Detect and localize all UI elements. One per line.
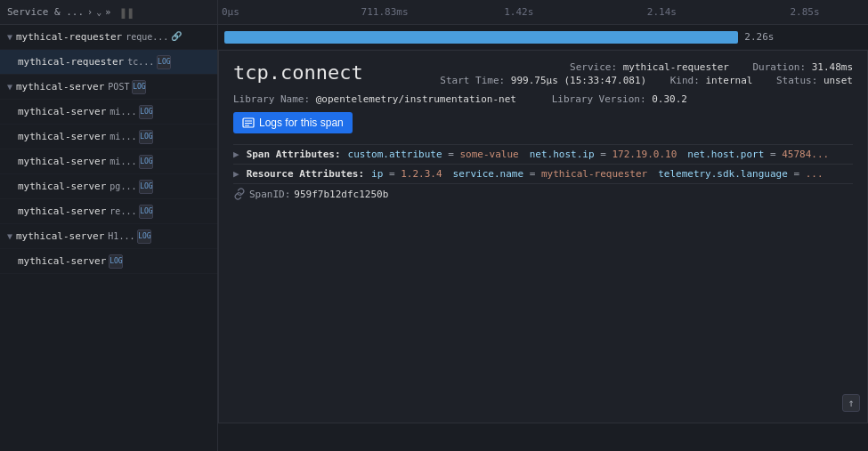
tick-0: 0µs	[222, 6, 239, 18]
log-icon-10[interactable]: LOG	[109, 254, 123, 269]
service-name-10: mythical-server	[18, 255, 106, 267]
service-name-4: mythical-server	[18, 106, 106, 117]
span-label-5: mythical-server mi... LOG	[0, 125, 217, 149]
log-icon-8[interactable]: LOG	[139, 205, 153, 219]
span-label-7: mythical-server pg... LOG	[0, 174, 217, 198]
meta-line-1: Service: mythical-requester Duration: 31…	[570, 61, 853, 73]
main-container: Service & ... › ⌄ » ❚❚ 0µs 711.83ms 1.42…	[0, 0, 868, 451]
status-val: unset	[823, 75, 853, 86]
resource-attr-0: ip = 1.2.3.4	[371, 168, 442, 180]
span-label-8: mythical-server re... LOG	[0, 199, 217, 223]
expand-icon-9[interactable]: ▼	[4, 230, 16, 243]
span-row-10[interactable]: mythical-server LOG	[0, 249, 217, 274]
span-attrs-expand[interactable]: ▶	[233, 149, 239, 160]
duration-val: 31.48ms	[812, 61, 853, 73]
left-panel: ▼ mythical-requester reque... 🔗 mythical…	[0, 25, 218, 451]
span-type-9: H1...	[108, 231, 134, 241]
span-row-5[interactable]: mythical-server mi... LOG	[0, 125, 217, 149]
resource-attrs-expand[interactable]: ▶	[233, 168, 239, 180]
timeline-row-1: 2.26s	[218, 25, 868, 50]
timeline-header: Service & ... › ⌄ » ❚❚ 0µs 711.83ms 1.42…	[0, 0, 868, 25]
service-name-7: mythical-server	[18, 181, 106, 192]
link-spanid-icon	[233, 188, 246, 200]
log-icon-4[interactable]: LOG	[139, 105, 153, 119]
service-name-6: mythical-server	[18, 156, 106, 167]
span-attr-2: net.host.port = 45784...	[687, 149, 829, 160]
lib-version-val: 0.30.2	[652, 93, 687, 105]
status-label: Status:	[776, 75, 817, 86]
span-label-1: ▼ mythical-requester reque... 🔗	[0, 25, 217, 49]
expand-icon-3[interactable]: ▼	[4, 81, 16, 93]
span-type-3: POST	[108, 82, 129, 92]
pause-icon: ❚❚	[119, 5, 134, 20]
span-label-2: mythical-requester tc... LOG	[0, 50, 217, 74]
resource-attrs-row: ▶ Resource Attributes: ip = 1.2.3.4 serv…	[233, 164, 853, 183]
span-label-3: ▼ mythical-server POST LOG	[0, 75, 217, 99]
span-type-4: mi...	[110, 107, 136, 117]
log-icon-5[interactable]: LOG	[139, 130, 153, 144]
service-name-3: mythical-server	[16, 81, 104, 93]
span-row-9[interactable]: ▼ mythical-server H1... LOG	[0, 224, 217, 249]
span-row-6[interactable]: mythical-server mi... LOG	[0, 149, 217, 174]
span-label-6: mythical-server mi... LOG	[0, 149, 217, 173]
detail-panel: tcp.connect Service: mythical-requester …	[218, 50, 868, 423]
span-type-6: mi...	[110, 157, 136, 166]
link-icon-1[interactable]: 🔗	[171, 31, 183, 44]
span-attr-0: custom.attribute = some-value	[348, 149, 519, 160]
detail-header: tcp.connect Service: mythical-requester …	[233, 61, 853, 86]
span-type-2: tc...	[127, 57, 154, 67]
tick-4: 2.85s	[790, 6, 819, 18]
span-row-4[interactable]: mythical-server mi... LOG	[0, 100, 217, 125]
detail-meta: Service: mythical-requester Duration: 31…	[440, 61, 853, 86]
span-type-1: reque...	[126, 32, 168, 42]
start-label: Start Time:	[440, 75, 505, 86]
attributes-section: ▶ Span Attributes: custom.attribute = so…	[233, 144, 853, 204]
duration-1: 2.26s	[744, 31, 774, 43]
span-label-4: mythical-server mi... LOG	[0, 100, 217, 124]
library-label: Library Name:	[233, 93, 310, 105]
chevron-double-icon: »	[105, 7, 110, 17]
span-row-2[interactable]: mythical-requester tc... LOG	[0, 50, 217, 75]
expand-icon-1[interactable]: ▼	[4, 31, 16, 44]
log-icon-6[interactable]: LOG	[139, 155, 153, 169]
library-val: @opentelemetry/instrumentation-net	[316, 93, 516, 105]
lib-line: Library Name: @opentelemetry/instrumenta…	[233, 93, 853, 105]
span-attrs-row: ▶ Span Attributes: custom.attribute = so…	[233, 144, 853, 164]
service-col-label: Service & ...	[7, 6, 84, 18]
logs-for-span-button[interactable]: Logs for this span	[233, 112, 353, 133]
span-label-9: ▼ mythical-server H1... LOG	[0, 224, 217, 248]
span-attr-1: net.host.ip = 172.19.0.10	[530, 149, 677, 160]
span-title: tcp.connect	[233, 61, 363, 84]
scroll-up-button[interactable]: ↑	[842, 394, 860, 412]
span-row-7[interactable]: mythical-server pg... LOG	[0, 174, 217, 199]
tick-3: 2.14s	[647, 6, 677, 18]
span-row-1[interactable]: ▼ mythical-requester reque... 🔗	[0, 25, 217, 50]
log-btn-icon	[242, 117, 255, 129]
resource-attr-2: telemetry.sdk.language = ...	[658, 168, 823, 180]
span-row-8[interactable]: mythical-server re... LOG	[0, 199, 217, 224]
log-icon-2[interactable]: LOG	[157, 55, 171, 69]
service-label: Service:	[570, 61, 617, 73]
log-icon-9[interactable]: LOG	[137, 230, 151, 244]
chevron-down-icon: ⌄	[96, 7, 101, 17]
tick-2: 1.42s	[504, 6, 533, 18]
span-row-3[interactable]: ▼ mythical-server POST LOG	[0, 75, 217, 100]
meta-line-2: Start Time: 999.75µs (15:33:47.081) Kind…	[440, 75, 853, 86]
service-val: mythical-requester	[623, 61, 729, 73]
service-name-2: mythical-requester	[18, 56, 124, 68]
kind-val: internal	[705, 75, 752, 86]
duration-label: Duration:	[752, 61, 806, 73]
log-icon-7[interactable]: LOG	[139, 180, 153, 194]
service-name-8: mythical-server	[18, 205, 106, 217]
service-name-1: mythical-requester	[16, 31, 122, 43]
log-icon-3[interactable]: LOG	[132, 80, 146, 94]
spanid-val: 959f7b12dfc1250b	[294, 189, 388, 200]
rows-area: ▼ mythical-requester reque... 🔗 mythical…	[0, 25, 868, 451]
span-type-8: re...	[110, 206, 136, 216]
bar-1	[224, 31, 738, 44]
chevron-icon: ›	[87, 7, 93, 17]
span-type-5: mi...	[110, 132, 136, 141]
logs-btn-label: Logs for this span	[259, 117, 344, 129]
start-val: 999.75µs (15:33:47.081)	[511, 75, 646, 86]
service-name-5: mythical-server	[18, 131, 106, 142]
